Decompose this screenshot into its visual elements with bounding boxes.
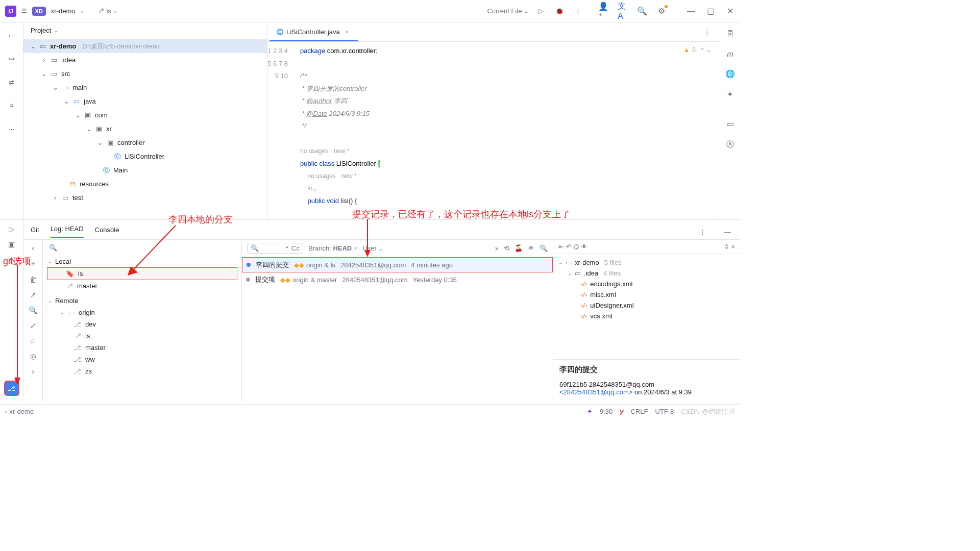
tree-item-controller[interactable]: ⌄▣controller (23, 136, 267, 149)
tab-git[interactable]: Git (31, 226, 39, 238)
push-icon[interactable]: ↗ (30, 291, 36, 299)
commit-row[interactable]: 提交项 ◆◆origin & master 2842548351@qq.com … (242, 272, 553, 287)
project-name[interactable]: xr-demo (51, 7, 76, 15)
code-body[interactable]: package com.xr.controller; /** * 李四开发的co… (295, 42, 718, 219)
translate-icon[interactable]: 文A (618, 6, 628, 16)
file-tree-item[interactable]: ‹/›encodings.xml (558, 279, 735, 289)
run-tool-icon[interactable]: ▷ (9, 225, 14, 233)
tree-item-idea[interactable]: ›▭.idea (23, 53, 267, 67)
ai-status-icon[interactable]: ✦ (587, 408, 593, 415)
terminal-icon[interactable]: ▣ (8, 240, 15, 248)
panel-more-icon[interactable]: ⋮ (699, 228, 706, 236)
code-editor[interactable]: ▲ 3 ^ ⌄ 1 2 3 4 5 6 7 8 9 10 package com… (267, 42, 740, 219)
expand-icon[interactable]: ⇕ (724, 243, 729, 251)
delete-icon[interactable]: 🗑 (30, 276, 37, 284)
project-tool-icon[interactable]: ▭ (6, 30, 17, 41)
more-filters-icon[interactable]: » (495, 244, 499, 252)
eye-icon[interactable]: 👁 (581, 243, 587, 251)
nav-icon[interactable]: ⇤ (558, 243, 564, 251)
project-badge[interactable]: XD (32, 7, 46, 16)
branch-master[interactable]: ⎇master (47, 280, 237, 292)
chevron-up-icon[interactable]: ^ (701, 46, 704, 54)
tree-icon[interactable]: ⌬ (573, 243, 579, 251)
editor-tab[interactable]: Ⓒ LiSiController.java × (275, 28, 351, 37)
chevron-down-icon[interactable]: ⌄ (80, 8, 84, 14)
assistant-icon[interactable]: Ⓐ (726, 140, 734, 149)
run-config[interactable]: Current File ⌄ (487, 7, 528, 15)
hamburger-icon[interactable]: ≡ (21, 6, 27, 16)
tree-root[interactable]: ⌄▭ xr-demo D:\桌面\zfb-demo\xr-demo (23, 39, 267, 53)
search-icon[interactable]: 🔍 (540, 244, 548, 252)
database-icon[interactable]: 🗄 (726, 30, 734, 38)
panel-minimize-icon[interactable]: — (724, 228, 731, 236)
branch-origin-ww[interactable]: ⎇ww (47, 354, 237, 365)
tree-item-resources[interactable]: ▤resources (23, 177, 267, 191)
branch-origin-dev[interactable]: ⎇dev (47, 318, 237, 330)
diff-icon[interactable]: ⤢ (30, 321, 36, 330)
bookmark-icon[interactable]: ▭ (727, 119, 734, 129)
tree-item-test[interactable]: ›▭test (23, 191, 267, 205)
settings-icon[interactable]: ⚙ (656, 6, 667, 16)
branch-group-remote[interactable]: ⌄Remote (47, 295, 237, 307)
file-tree-root[interactable]: ⌄▭xr-demo5 files (558, 257, 735, 268)
module-indicator[interactable]: ▫ xr-demo (5, 408, 34, 415)
debug-icon[interactable]: 🐞 (554, 6, 565, 16)
structure-icon[interactable]: ⌗ (6, 100, 17, 111)
cherry-pick-icon[interactable]: 🍒 (514, 244, 523, 252)
branch-origin[interactable]: ⌄▭origin (47, 307, 237, 318)
close-icon[interactable]: × (731, 243, 735, 251)
tree-item-src[interactable]: ⌄▭src (23, 67, 267, 81)
commit-tool-icon[interactable]: ⊶ (6, 53, 17, 64)
tab-console[interactable]: Console (95, 226, 119, 238)
branch-selector[interactable]: ⎇ ls ⌄ (96, 7, 117, 15)
file-tree-item[interactable]: ‹/›vcs.xml (558, 311, 735, 321)
commit-search-input[interactable]: 🔍.*Cc (247, 243, 303, 254)
pull-requests-icon[interactable]: ⇄ (6, 77, 17, 88)
collapse-icon[interactable]: ‹ (32, 244, 34, 252)
tree-item-lisi[interactable]: ⒸLiSiController (23, 149, 267, 163)
branch-origin-zs[interactable]: ⎇zs (47, 365, 237, 377)
more-tool-icon[interactable]: ⋯ (6, 123, 17, 135)
minimize-icon[interactable]: — (686, 6, 696, 16)
tree-item-main-class[interactable]: ⒸMain (23, 163, 267, 177)
globe-icon[interactable]: 🌐 (725, 69, 735, 79)
status-y-icon[interactable]: y (620, 408, 623, 415)
branch-filter[interactable]: Branch: HEAD × (308, 244, 357, 252)
run-icon[interactable]: ▷ (536, 6, 546, 16)
search-icon[interactable]: 🔍 (637, 6, 647, 16)
tab-log[interactable]: Log: HEAD (51, 225, 84, 238)
tab-more-icon[interactable]: ⋮ (704, 28, 710, 36)
refresh-icon[interactable]: ⟲ (504, 244, 509, 252)
tree-item-main[interactable]: ⌄▭main (23, 81, 267, 94)
tree-item-xr[interactable]: ⌄▣xr (23, 122, 267, 136)
branch-origin-ls[interactable]: ⎇ls (47, 330, 237, 342)
file-tree-item[interactable]: ‹/›uiDesigner.xml (558, 300, 735, 311)
commit-email-link[interactable]: <2842548351@qq.com> (559, 388, 632, 396)
code-with-me-icon[interactable]: 👤⁺ (598, 6, 608, 16)
close-tab-icon[interactable]: × (345, 28, 349, 36)
more-icon[interactable]: ⋮ (573, 6, 583, 16)
commits-panel: 🔍.*Cc Branch: HEAD × User ⌄ » ⟲ 🍒 👁 🔍 李四… (242, 240, 553, 401)
project-panel-header[interactable]: Project ⌄ (23, 22, 267, 38)
maven-icon[interactable]: m (727, 49, 733, 58)
search-icon[interactable]: 🔍 (29, 306, 37, 314)
tree-item-java[interactable]: ⌄▭java (23, 94, 267, 108)
commit-row[interactable]: 李四的提交 ◆◆origin & ls 2842548351@qq.com 4 … (242, 257, 553, 272)
expand-icon[interactable]: › (32, 367, 34, 375)
close-icon[interactable]: ✕ (725, 6, 735, 16)
line-sep[interactable]: CRLF (631, 408, 648, 415)
svg-marker-3 (128, 266, 138, 276)
maximize-icon[interactable]: ▢ (705, 6, 716, 16)
tree-item-com[interactable]: ⌄▣com (23, 108, 267, 122)
undo-icon[interactable]: ↶ (566, 243, 572, 251)
eye-icon[interactable]: 👁 (528, 244, 534, 252)
file-tree-idea[interactable]: ⌄▭.idea4 files (558, 268, 735, 279)
encoding[interactable]: UTF-8 (655, 408, 674, 415)
ai-icon[interactable]: ✦ (727, 90, 733, 99)
inspection-badge[interactable]: ▲ 3 ^ ⌄ (683, 46, 712, 54)
file-tree-item[interactable]: ‹/›misc.xml (558, 289, 735, 300)
branch-origin-master[interactable]: ⎇master (47, 342, 237, 354)
chevron-down-icon[interactable]: ⌄ (706, 46, 712, 54)
star-icon[interactable]: ☆ (30, 337, 36, 345)
target-icon[interactable]: ◎ (30, 352, 36, 360)
